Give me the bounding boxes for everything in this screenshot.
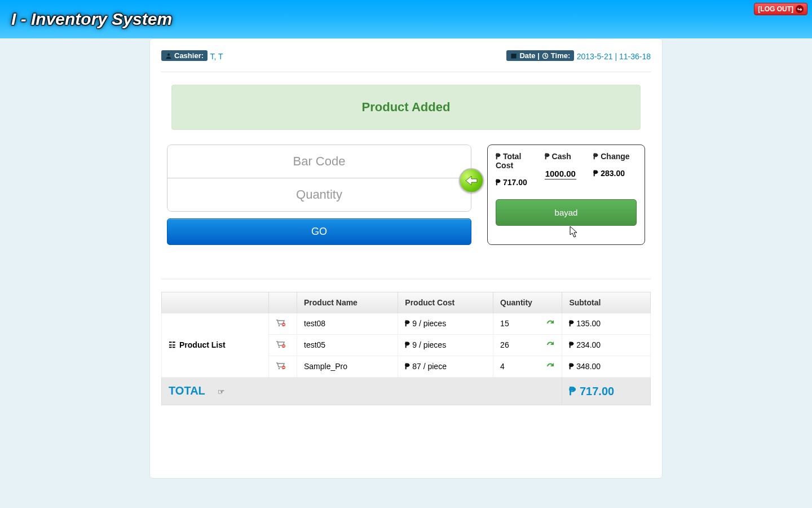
subtotal-cell: ₱ 234.00 — [562, 334, 651, 356]
total-cost-header: ₱ Total Cost — [496, 152, 539, 170]
quantity-cell: 26 — [493, 334, 562, 356]
logout-icon: ↪ — [796, 5, 804, 13]
success-alert: Product Added — [171, 85, 641, 130]
product-cost-cell: ₱ 9 / pieces — [398, 313, 493, 334]
remove-cart-icon — [276, 319, 286, 327]
calendar-icon — [510, 52, 517, 59]
user-icon — [165, 52, 172, 59]
app-title: I - Inventory System — [11, 10, 172, 29]
svg-rect-7 — [283, 324, 285, 325]
quantity-cell: 4 — [493, 356, 562, 377]
redo-icon[interactable] — [546, 340, 555, 350]
svg-rect-2 — [511, 54, 517, 55]
info-row: Cashier: T, T Date | Time: 2013-5-21 | 1… — [161, 50, 651, 62]
change-value: ₱ 283.00 — [593, 169, 637, 178]
cash-input[interactable] — [545, 169, 576, 179]
product-list-label-cell: ☷ Product List — [162, 313, 269, 377]
back-arrow-icon[interactable] — [459, 168, 484, 193]
total-label: TOTAL — [169, 384, 205, 397]
header-bar: I - Inventory System [LOG OUT] ↪ — [0, 0, 812, 38]
th-quantity: Quantity — [493, 292, 562, 313]
main-panel: Cashier: T, T Date | Time: 2013-5-21 | 1… — [149, 38, 663, 479]
svg-point-4 — [279, 325, 280, 326]
remove-cart-icon — [276, 340, 286, 348]
change-header: ₱ Change — [593, 152, 637, 161]
svg-point-12 — [279, 367, 280, 369]
datetime-value: 2013-5-21 | 11-36-18 — [577, 52, 651, 61]
svg-rect-15 — [283, 367, 285, 367]
input-stack — [167, 144, 471, 212]
cashier-label: Cashier: — [174, 51, 204, 60]
th-product-cost: Product Cost — [398, 292, 493, 313]
table-header: Product Name Product Cost Quantity Subto… — [162, 292, 651, 313]
th-product-name: Product Name — [297, 292, 398, 313]
table-row: ☷ Product Listtest08₱ 9 / pieces15 ₱ 135… — [162, 313, 651, 334]
product-name-cell: test08 — [297, 313, 398, 334]
cashier-value: T, T — [210, 52, 223, 61]
svg-point-0 — [167, 53, 170, 56]
divider — [161, 279, 651, 279]
redo-icon[interactable] — [546, 362, 555, 371]
cashier-pill: Cashier: — [161, 50, 208, 61]
total-row: TOTAL ☞ ₱ 717.00 — [162, 377, 651, 405]
pay-button[interactable]: bayad — [496, 199, 637, 226]
product-list-label: Product List — [179, 340, 226, 349]
product-name-cell: Sample_Pro — [297, 356, 398, 377]
barcode-input[interactable] — [167, 145, 471, 178]
product-name-cell: test05 — [297, 334, 398, 356]
payment-box: ₱ Total Cost ₱ 717.00 ₱ Cash ₱ Change ₱ … — [487, 144, 645, 245]
logout-button[interactable]: [LOG OUT] ↪ — [754, 3, 807, 15]
remove-cart-icon — [276, 362, 286, 370]
remove-item-cell[interactable] — [269, 313, 297, 334]
list-icon: ☷ — [169, 340, 176, 349]
time-label: Time: — [551, 51, 570, 60]
total-amount: ₱ 717.00 — [569, 385, 614, 397]
cash-header: ₱ Cash — [545, 152, 588, 161]
th-blank2 — [269, 292, 297, 313]
subtotal-cell: ₱ 348.00 — [562, 356, 651, 377]
th-blank1 — [162, 292, 269, 313]
redo-icon[interactable] — [546, 319, 555, 329]
product-cost-cell: ₱ 87 / piece — [398, 356, 493, 377]
date-label: Date | — [519, 51, 539, 60]
go-button[interactable]: GO — [167, 218, 471, 245]
svg-rect-11 — [283, 345, 285, 346]
product-cost-cell: ₱ 9 / pieces — [398, 334, 493, 356]
quantity-input[interactable] — [167, 178, 471, 211]
subtotal-cell: ₱ 135.00 — [562, 313, 651, 334]
total-cost-value: ₱ 717.00 — [496, 178, 539, 187]
remove-item-cell[interactable] — [269, 356, 297, 377]
th-subtotal: Subtotal — [562, 292, 651, 313]
logout-label: [LOG OUT] — [758, 5, 793, 13]
quantity-cell: 15 — [493, 313, 562, 334]
remove-item-cell[interactable] — [269, 334, 297, 356]
datetime-pill: Date | Time: — [506, 50, 574, 61]
svg-point-8 — [279, 346, 280, 348]
clock-icon — [542, 52, 549, 59]
divider — [161, 72, 651, 72]
product-table: Product Name Product Cost Quantity Subto… — [161, 292, 651, 405]
hand-point-icon: ☞ — [218, 387, 225, 396]
